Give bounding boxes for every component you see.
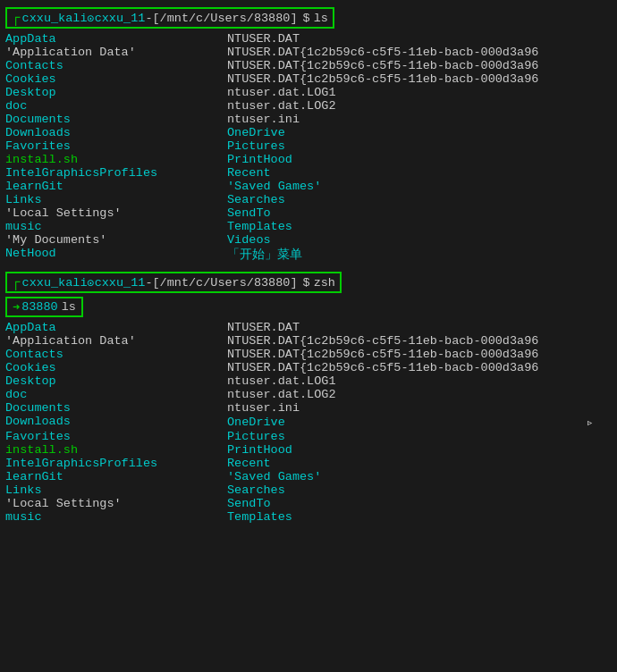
ls-row: learnGit 'Saved Games' [5, 180, 612, 193]
ls-row: 'Application Data' NTUSER.DAT{1c2b59c6-c… [5, 46, 612, 59]
ls-row: Favorites Pictures [5, 430, 612, 443]
ls-row: Documents ntuser.ini [5, 113, 612, 126]
ls-row: Links Searches [5, 193, 612, 206]
prompt-path: -[/mnt/c/Users/83880] [145, 12, 297, 25]
ls-row: learnGit 'Saved Games' [5, 470, 612, 483]
ls-row: Documents ntuser.ini [5, 401, 612, 415]
ls-row: IntelGraphicsProfiles Recent [5, 166, 612, 180]
ls-row: Cookies NTUSER.DAT{1c2b59c6-c5f5-11eb-ba… [5, 72, 612, 86]
corner-tl-icon: ┌ [12, 10, 21, 26]
ls-row: NetHood 「开始」菜单 [5, 247, 612, 263]
ls-row: Desktop ntuser.dat.LOG1 [5, 374, 612, 388]
ls-row: Downloads OneDrive [5, 126, 612, 139]
ls-row: 'Local Settings' SendTo [5, 206, 612, 220]
block-2: ┌ cxxu_kali ⊙ cxxu_11 -[/mnt/c/Users/838… [0, 268, 617, 525]
prompt-host: cxxu_11 [95, 12, 146, 25]
prompt2-at-icon: ⊙ [88, 275, 95, 290]
ls-row: install.sh PrintHood [5, 153, 612, 166]
zsh-inner-cmd: ls [62, 300, 76, 314]
prompt-at-icon: ⊙ [88, 11, 95, 26]
prompt2-cmd: zsh [314, 276, 335, 290]
prompt2-user: cxxu_kali [22, 276, 88, 290]
ls-output-2: AppData NTUSER.DAT 'Application Data' NT… [0, 319, 617, 525]
ls-row: Contacts NTUSER.DAT{1c2b59c6-c5f5-11eb-b… [5, 348, 612, 361]
ls-row: Links Searches [5, 483, 612, 497]
ls-output-1: AppData NTUSER.DAT 'Application Data' NT… [0, 30, 617, 265]
block-1: ┌ cxxu_kali ⊙ cxxu_11 -[/mnt/c/Users/838… [0, 4, 617, 265]
ls-row: Desktop ntuser.dat.LOG1 [5, 86, 612, 99]
ls-row: music Templates [5, 220, 612, 233]
ls-row: 'Application Data' NTUSER.DAT{1c2b59c6-c… [5, 334, 612, 348]
ls-row: Downloads OneDrive ▹ [5, 415, 612, 430]
ls-row: Favorites Pictures [5, 139, 612, 153]
zsh-inner-user: 83880 [21, 300, 58, 314]
ls-row: IntelGraphicsProfiles Recent [5, 457, 612, 470]
ls-row: Contacts NTUSER.DAT{1c2b59c6-c5f5-11eb-b… [5, 59, 612, 72]
ls-row: doc ntuser.dat.LOG2 [5, 99, 612, 113]
corner-tl-icon-2: ┌ [12, 274, 21, 290]
ls-row: AppData NTUSER.DAT [5, 321, 612, 334]
terminal: ┌ cxxu_kali ⊙ cxxu_11 -[/mnt/c/Users/838… [0, 0, 617, 531]
prompt2-host: cxxu_11 [95, 276, 146, 290]
prompt-cmd: ls [314, 12, 328, 25]
ls-row: install.sh PrintHood [5, 443, 612, 457]
ls-row: music Templates [5, 510, 612, 524]
ls-row: doc ntuser.dat.LOG2 [5, 388, 612, 401]
cursor-icon: ▹ [587, 415, 594, 430]
prompt-dollar: $ [303, 12, 310, 25]
ls-row: Cookies NTUSER.DAT{1c2b59c6-c5f5-11eb-ba… [5, 361, 612, 374]
ls-row: 'My Documents' Videos [5, 233, 612, 247]
ls-row: 'Local Settings' SendTo [5, 497, 612, 510]
zsh-arrow-icon: ➜ [13, 299, 20, 315]
prompt-user: cxxu_kali [22, 12, 88, 25]
prompt2-dollar: $ [303, 276, 310, 290]
ls-row: AppData NTUSER.DAT [5, 32, 612, 46]
prompt2-path: -[/mnt/c/Users/83880] [145, 276, 297, 290]
